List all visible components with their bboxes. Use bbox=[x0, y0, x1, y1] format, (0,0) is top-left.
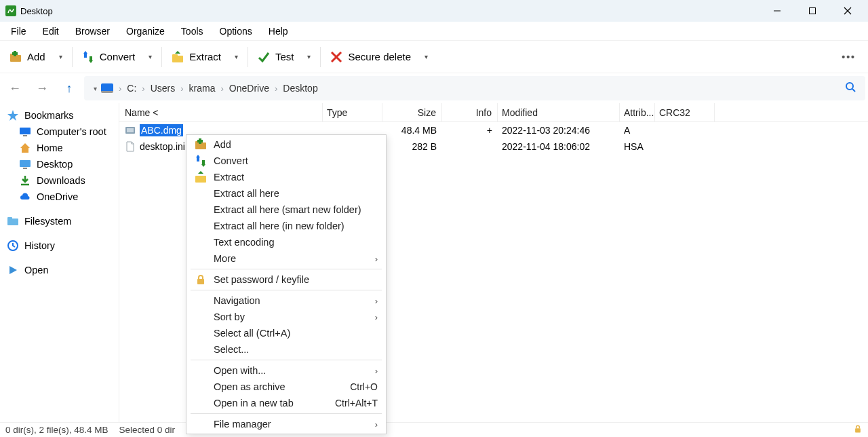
close-button[interactable] bbox=[840, 3, 856, 19]
ctx-navigation[interactable]: Navigation› bbox=[186, 292, 386, 309]
ctx-set-password[interactable]: Set password / keyfile bbox=[186, 271, 386, 288]
crumb-desktop[interactable]: Desktop bbox=[283, 83, 317, 94]
menu-tools[interactable]: Tools bbox=[173, 23, 212, 39]
file-attrib: HSA bbox=[620, 141, 655, 152]
col-header-size[interactable]: Size bbox=[382, 103, 442, 121]
col-header-info[interactable]: Info bbox=[442, 103, 498, 121]
crumb-krama[interactable]: krama bbox=[189, 83, 216, 94]
col-header-type[interactable]: Type bbox=[323, 103, 382, 121]
svg-rect-24 bbox=[20, 160, 31, 167]
file-attrib: A bbox=[620, 125, 655, 136]
file-modified: 2022-11-03 20:24:46 bbox=[498, 125, 620, 136]
history-icon bbox=[7, 240, 19, 252]
ctx-select-all[interactable]: Select all (Ctrl+A) bbox=[186, 325, 386, 341]
column-headers: Name < Type Size Info Modified Attrib...… bbox=[119, 103, 868, 122]
menu-help[interactable]: Help bbox=[260, 23, 296, 39]
ctx-sort-by[interactable]: Sort by› bbox=[186, 309, 386, 325]
home-icon bbox=[19, 142, 31, 154]
separator bbox=[248, 47, 248, 67]
menu-options[interactable]: Options bbox=[212, 23, 260, 39]
forward-button[interactable]: → bbox=[30, 76, 54, 100]
chevron-right-icon: › bbox=[275, 83, 277, 94]
sidebar-onedrive[interactable]: OneDrive bbox=[0, 189, 119, 205]
convert-button[interactable]: Convert bbox=[75, 47, 142, 67]
col-header-modified[interactable]: Modified bbox=[498, 103, 620, 121]
svg-marker-39 bbox=[201, 164, 205, 167]
crumb-onedrive[interactable]: OneDrive bbox=[229, 83, 269, 94]
crumb-users[interactable]: Users bbox=[151, 83, 176, 94]
menu-browser[interactable]: Browser bbox=[67, 23, 118, 39]
ctx-extract-all-here[interactable]: Extract all here bbox=[186, 185, 386, 202]
chevron-right-icon: › bbox=[375, 312, 378, 322]
file-icon bbox=[125, 141, 136, 152]
lock-icon[interactable] bbox=[853, 424, 863, 436]
ctx-extract[interactable]: Extract bbox=[186, 169, 386, 185]
sidebar-computers-root[interactable]: Computer's root bbox=[0, 124, 119, 140]
test-button[interactable]: Test bbox=[251, 47, 301, 67]
add-dropdown[interactable]: ▾ bbox=[52, 49, 69, 64]
svg-marker-11 bbox=[89, 60, 93, 63]
ctx-text-encoding[interactable]: Text encoding bbox=[186, 234, 386, 250]
sidebar-home[interactable]: Home bbox=[0, 140, 119, 156]
col-header-crc[interactable]: CRC32 bbox=[655, 103, 715, 121]
convert-dropdown[interactable]: ▾ bbox=[142, 49, 159, 64]
toolbar-overflow[interactable]: ••• bbox=[832, 48, 865, 66]
menu-file[interactable]: File bbox=[3, 23, 35, 39]
sidebar-filesystem[interactable]: Filesystem bbox=[0, 213, 119, 229]
titlebar: Desktop bbox=[0, 0, 868, 22]
back-button[interactable]: ← bbox=[3, 76, 27, 100]
ctx-convert[interactable]: Convert bbox=[186, 153, 386, 169]
chevron-right-icon: › bbox=[180, 83, 183, 94]
separator bbox=[191, 290, 382, 290]
svg-line-19 bbox=[852, 89, 855, 92]
ctx-open-new-tab[interactable]: Open in a new tabCtrl+Alt+T bbox=[186, 395, 386, 411]
chevron-down-icon[interactable]: ▾ bbox=[90, 85, 101, 92]
svg-rect-36 bbox=[197, 140, 203, 142]
ctx-file-manager[interactable]: File manager› bbox=[186, 416, 386, 432]
maximize-button[interactable] bbox=[804, 3, 821, 19]
ctx-select[interactable]: Select... bbox=[186, 341, 386, 358]
minimize-button[interactable] bbox=[769, 3, 785, 19]
up-button[interactable]: ↑ bbox=[57, 76, 81, 100]
search-icon[interactable] bbox=[841, 81, 860, 95]
ctx-add[interactable]: Add bbox=[186, 136, 386, 153]
ctx-extract-smart[interactable]: Extract all here (smart new folder) bbox=[186, 202, 386, 218]
svg-rect-10 bbox=[84, 54, 87, 58]
sidebar-bookmarks[interactable]: Bookmarks bbox=[0, 107, 119, 124]
chevron-right-icon: › bbox=[142, 83, 144, 94]
menu-organize[interactable]: Organize bbox=[118, 23, 173, 39]
secure-delete-label: Secure delete bbox=[348, 51, 411, 62]
download-icon bbox=[19, 174, 31, 187]
chevron-right-icon: › bbox=[375, 254, 378, 264]
star-icon bbox=[7, 109, 19, 121]
sidebar-label: Desktop bbox=[37, 159, 73, 170]
sidebar-label: Downloads bbox=[37, 175, 85, 186]
sidebar-label: OneDrive bbox=[37, 191, 78, 202]
ctx-more[interactable]: More› bbox=[186, 250, 386, 267]
app-icon bbox=[5, 5, 16, 16]
col-header-attrib[interactable]: Attrib... bbox=[620, 103, 655, 121]
svg-point-18 bbox=[846, 83, 853, 90]
sidebar-desktop[interactable]: Desktop bbox=[0, 156, 119, 172]
breadcrumb[interactable]: ▾ › C: › Users › krama › OneDrive › Desk… bbox=[84, 76, 865, 100]
crumb-c[interactable]: C: bbox=[127, 83, 136, 94]
extract-button[interactable]: Extract bbox=[165, 47, 228, 67]
col-header-name[interactable]: Name < bbox=[119, 103, 323, 121]
ctx-open-with[interactable]: Open with...› bbox=[186, 362, 386, 379]
menu-edit[interactable]: Edit bbox=[35, 23, 67, 39]
sidebar-downloads[interactable]: Downloads bbox=[0, 172, 119, 189]
secure-delete-dropdown[interactable]: ▾ bbox=[418, 49, 435, 64]
extract-dropdown[interactable]: ▾ bbox=[228, 49, 245, 64]
separator bbox=[191, 269, 382, 269]
ctx-extract-newfolder[interactable]: Extract all here (in new folder) bbox=[186, 218, 386, 234]
pc-icon[interactable] bbox=[101, 83, 113, 93]
delete-icon bbox=[330, 51, 342, 63]
test-dropdown[interactable]: ▾ bbox=[300, 49, 317, 64]
svg-rect-8 bbox=[12, 52, 18, 55]
secure-delete-button[interactable]: Secure delete bbox=[323, 47, 418, 67]
sidebar-history[interactable]: History bbox=[0, 238, 119, 254]
sidebar-label: Filesystem bbox=[24, 216, 71, 227]
ctx-open-as-archive[interactable]: Open as archiveCtrl+O bbox=[186, 379, 386, 395]
add-button[interactable]: Add bbox=[3, 47, 52, 67]
sidebar-open[interactable]: Open bbox=[0, 262, 119, 278]
